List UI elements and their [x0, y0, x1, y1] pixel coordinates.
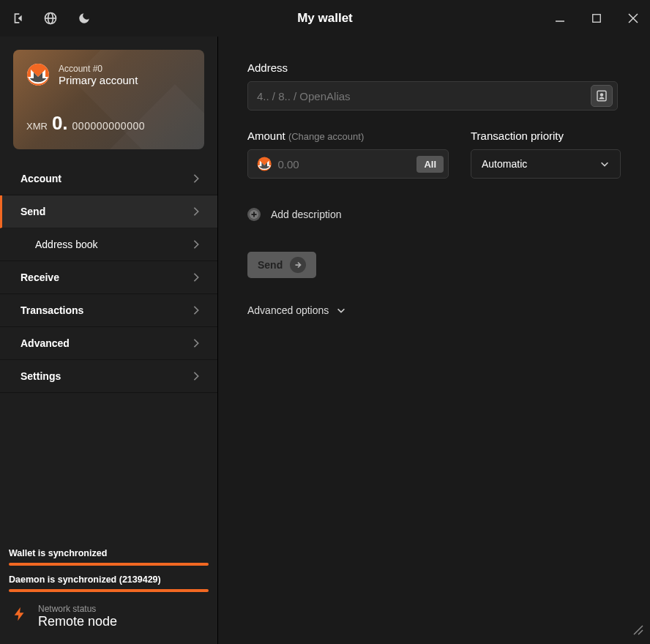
- address-label: Address: [247, 61, 621, 74]
- add-description-button[interactable]: Add description: [247, 208, 621, 221]
- daemon-sync-status: Daemon is synchronized (2139429): [0, 569, 217, 595]
- send-button-label: Send: [258, 259, 283, 271]
- plus-icon: [247, 208, 261, 221]
- network-status-value: Remote node: [38, 614, 117, 629]
- resize-handle-icon[interactable]: [632, 624, 644, 638]
- bolt-icon: [12, 604, 28, 629]
- daemon-sync-label: Daemon is synchronized (2139429): [9, 574, 209, 585]
- network-status-label: Network status: [38, 604, 117, 614]
- daemon-sync-bar: [9, 589, 209, 592]
- chevron-down-icon: [599, 159, 610, 169]
- balance-currency: XMR: [26, 121, 48, 132]
- priority-select[interactable]: Automatic: [471, 149, 621, 179]
- contact-icon: [595, 89, 608, 102]
- svg-rect-4: [593, 15, 601, 23]
- wallet-sync-status: Wallet is synchronized: [0, 542, 217, 569]
- titlebar: My wallet: [0, 0, 650, 37]
- sidebar-item-label: Advanced: [20, 337, 70, 349]
- balance-fraction: 000000000000: [72, 120, 145, 132]
- account-name: Primary account: [59, 74, 138, 86]
- sidebar-item-receive[interactable]: Receive: [0, 261, 217, 294]
- chevron-right-icon: [191, 173, 201, 184]
- sidebar-item-label: Settings: [20, 370, 61, 382]
- wallet-sync-bar: [9, 563, 209, 566]
- advanced-options-toggle[interactable]: Advanced options: [247, 304, 621, 316]
- advanced-options-label: Advanced options: [247, 304, 329, 316]
- priority-value: Automatic: [482, 158, 527, 170]
- globe-icon[interactable]: [42, 10, 59, 26]
- add-description-label: Add description: [271, 209, 342, 220]
- svg-point-10: [600, 93, 604, 97]
- monero-logo-icon: [26, 63, 50, 86]
- moon-icon[interactable]: [76, 10, 92, 26]
- send-panel: Address Amount (Change account): [218, 37, 650, 644]
- sidebar-item-settings[interactable]: Settings: [0, 360, 217, 393]
- chevron-right-icon: [191, 239, 201, 250]
- arrow-right-icon: [290, 257, 306, 273]
- sidebar-item-label: Address book: [35, 239, 98, 250]
- sidebar: Account #0 Primary account XMR 0. 000000…: [0, 37, 218, 644]
- amount-label: Amount (Change account): [247, 130, 449, 142]
- chevron-right-icon: [191, 371, 201, 381]
- address-book-button[interactable]: [591, 85, 613, 107]
- amount-all-button[interactable]: All: [416, 156, 444, 173]
- address-input-group: [247, 81, 618, 111]
- send-button[interactable]: Send: [247, 252, 316, 278]
- logout-icon[interactable]: [9, 10, 25, 26]
- amount-input[interactable]: [277, 158, 416, 171]
- amount-input-group: All: [247, 149, 449, 179]
- chevron-right-icon: [191, 338, 201, 348]
- wallet-sync-label: Wallet is synchronized: [9, 548, 209, 558]
- maximize-button[interactable]: [589, 10, 605, 26]
- sidebar-item-label: Account: [20, 173, 61, 184]
- account-number-label: Account #0: [59, 64, 138, 74]
- network-status[interactable]: Network status Remote node: [0, 595, 217, 644]
- chevron-right-icon: [191, 272, 201, 282]
- chevron-right-icon: [191, 206, 201, 217]
- balance: XMR 0. 000000000000: [26, 112, 145, 135]
- sidebar-item-send[interactable]: Send: [0, 195, 217, 228]
- priority-label: Transaction priority: [471, 130, 621, 142]
- sidebar-item-transactions[interactable]: Transactions: [0, 294, 217, 327]
- sidebar-item-label: Receive: [20, 272, 59, 283]
- monero-icon: [257, 155, 272, 173]
- address-input[interactable]: [257, 90, 591, 102]
- close-button[interactable]: [625, 10, 641, 26]
- chevron-down-icon: [336, 305, 346, 315]
- amount-label-text: Amount: [247, 130, 285, 142]
- change-account-link[interactable]: (Change account): [288, 131, 364, 142]
- balance-integer: 0.: [52, 112, 68, 135]
- account-card[interactable]: Account #0 Primary account XMR 0. 000000…: [13, 50, 204, 149]
- sidebar-item-account[interactable]: Account: [0, 162, 217, 195]
- chevron-right-icon: [191, 305, 201, 315]
- minimize-button[interactable]: [552, 10, 568, 26]
- sidebar-item-label: Transactions: [20, 304, 83, 316]
- sidebar-item-advanced[interactable]: Advanced: [0, 327, 217, 360]
- sidebar-item-address-book[interactable]: Address book: [0, 228, 217, 261]
- sidebar-item-label: Send: [20, 206, 45, 217]
